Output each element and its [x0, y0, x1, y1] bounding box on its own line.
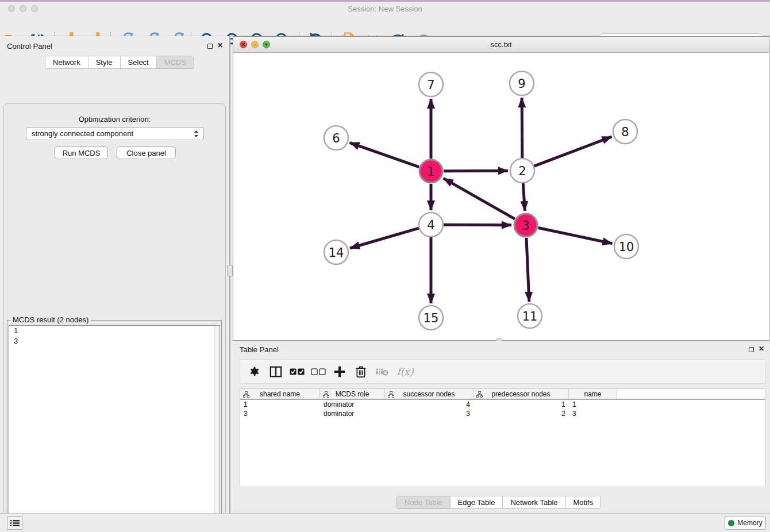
table-tab-network-table[interactable]: Network Table — [503, 496, 565, 508]
table-cell[interactable]: 3 — [385, 409, 473, 418]
column-header-predecessor-nodes[interactable]: predecessor nodes — [473, 389, 569, 399]
table-toolbar: f(x) — [240, 359, 765, 384]
status-bar: Memory — [0, 513, 770, 532]
tab-mcds[interactable]: MCDS — [157, 56, 194, 68]
graph-edge-1-6[interactable] — [350, 142, 419, 167]
task-history-button[interactable] — [7, 516, 22, 530]
result-item[interactable]: 1 — [9, 326, 220, 336]
criterion-value: strongly connected component — [32, 129, 133, 138]
table-cell[interactable]: 3 — [569, 409, 617, 418]
column-header-successor-nodes[interactable]: successor nodes — [385, 389, 473, 399]
column-header-name[interactable]: name — [569, 389, 617, 399]
node-table[interactable]: shared nameMCDS rolesuccessor nodesprede… — [240, 388, 765, 487]
close-panel-button[interactable]: Close panel — [117, 147, 176, 159]
split-columns-icon[interactable] — [265, 362, 286, 381]
column-header-shared-name[interactable]: shared name — [240, 389, 320, 399]
deselect-all-columns-icon[interactable] — [307, 362, 329, 381]
graph-edge-4-3[interactable] — [444, 225, 511, 225]
mcds-result-list[interactable]: 13 — [9, 325, 220, 532]
graph-edge-3-11[interactable] — [526, 238, 529, 302]
float-table-panel-icon[interactable] — [747, 345, 755, 353]
splitter-grip[interactable] — [227, 265, 233, 276]
run-mcds-button[interactable]: Run MCDS — [55, 147, 108, 159]
graph-node-8[interactable]: 8 — [613, 119, 637, 144]
table-cell[interactable]: 3 — [240, 409, 320, 418]
main-toolbar — [0, 15, 770, 36]
optimization-criterion-label: Optimization criterion: — [0, 115, 229, 124]
table-tab-node-table[interactable]: Node Table — [397, 496, 451, 508]
delete-table-icon — [371, 362, 392, 381]
criterion-dropdown[interactable]: strongly connected component — [26, 127, 204, 140]
graph-edge-2-8[interactable] — [534, 137, 612, 166]
table-cell[interactable]: 1 — [240, 400, 320, 409]
table-panel: Table Panel ✕ f(x) — [233, 341, 770, 513]
tab-style[interactable]: Style — [88, 56, 121, 68]
result-scrollbar[interactable] — [214, 326, 220, 532]
select-all-columns-icon[interactable] — [286, 362, 307, 381]
memory-button[interactable]: Memory — [725, 516, 766, 530]
close-panel-icon[interactable]: ✕ — [216, 41, 224, 49]
svg-text:2: 2 — [518, 164, 526, 178]
tab-network[interactable]: Network — [45, 56, 88, 68]
graph-edge-3-1[interactable] — [444, 178, 515, 219]
network-window-titlebar[interactable]: ✕ − + scc.txt — [233, 37, 769, 53]
graph-node-14[interactable]: 14 — [324, 240, 348, 264]
table-tab-motifs[interactable]: Motifs — [566, 496, 601, 508]
float-panel-icon[interactable] — [206, 42, 214, 50]
svg-text:7: 7 — [427, 78, 434, 92]
table-row[interactable]: 1dominator411 — [240, 400, 765, 409]
graph-node-15[interactable]: 15 — [419, 306, 443, 330]
add-column-icon[interactable] — [329, 362, 350, 381]
graph-node-4[interactable]: 4 — [419, 213, 443, 237]
graph-edge-4-14[interactable] — [350, 228, 419, 248]
column-header-MCDS-role[interactable]: MCDS role — [320, 389, 385, 399]
svg-text:14: 14 — [329, 246, 344, 260]
table-cell[interactable]: dominator — [320, 400, 385, 409]
table-cell[interactable]: 4 — [385, 400, 473, 409]
graph-node-1[interactable]: 1 — [419, 160, 442, 183]
network-canvas[interactable]: 7968124314101511 — [233, 53, 769, 340]
titlebar: Session: New Session — [0, 2, 770, 15]
graph-node-10[interactable]: 10 — [614, 234, 638, 259]
graph-node-11[interactable]: 11 — [518, 304, 542, 328]
delete-column-icon[interactable] — [350, 362, 371, 381]
network-view-title: scc.txt — [233, 40, 769, 49]
graph-edge-3-10[interactable] — [538, 228, 613, 244]
graph-node-6[interactable]: 6 — [324, 126, 348, 150]
table-row[interactable]: 3dominator323 — [240, 409, 765, 418]
svg-text:15: 15 — [424, 311, 439, 325]
table-cell[interactable]: 2 — [473, 409, 569, 418]
tab-select[interactable]: Select — [121, 56, 157, 68]
graph-edge-2-9[interactable] — [522, 98, 522, 158]
table-tab-edge-table[interactable]: Edge Table — [451, 496, 503, 508]
table-tabs: Node TableEdge TableNetwork TableMotifs — [396, 496, 601, 509]
svg-text:6: 6 — [332, 132, 340, 145]
application-window: Session: New Session — [0, 0, 770, 532]
table-cell[interactable]: 1 — [569, 400, 617, 409]
table-cell[interactable]: 1 — [473, 400, 569, 409]
window-title: Session: New Session — [0, 5, 770, 13]
svg-text:1: 1 — [427, 165, 434, 179]
graph-node-7[interactable]: 7 — [419, 72, 443, 97]
mcds-result-group: MCDS result (2 nodes) 13 — [7, 320, 222, 532]
close-table-panel-icon[interactable]: ✕ — [757, 345, 765, 353]
control-panel-tabs: NetworkStyleSelectMCDS — [45, 56, 194, 69]
mcds-result-title: MCDS result (2 nodes) — [10, 315, 91, 324]
network-view-window: ✕ − + scc.txt 7968124314101511 — [233, 36, 769, 341]
svg-text:4: 4 — [427, 218, 434, 232]
svg-text:9: 9 — [518, 77, 525, 91]
table-cell[interactable]: dominator — [320, 409, 385, 418]
svg-text:10: 10 — [619, 240, 634, 254]
graph-node-2[interactable]: 2 — [510, 159, 534, 183]
memory-status-icon — [728, 520, 734, 526]
graph-node-9[interactable]: 9 — [510, 71, 534, 95]
list-icon — [10, 519, 20, 527]
svg-text:3: 3 — [522, 219, 529, 233]
table-settings-icon[interactable] — [244, 362, 265, 381]
graph-edge-1-2[interactable] — [444, 171, 508, 171]
graph-edge-2-3[interactable] — [523, 183, 525, 211]
control-panel-title: Control Panel — [7, 42, 52, 51]
graph-node-3[interactable]: 3 — [514, 214, 537, 237]
svg-text:11: 11 — [522, 310, 538, 323]
result-item[interactable]: 3 — [9, 336, 220, 346]
